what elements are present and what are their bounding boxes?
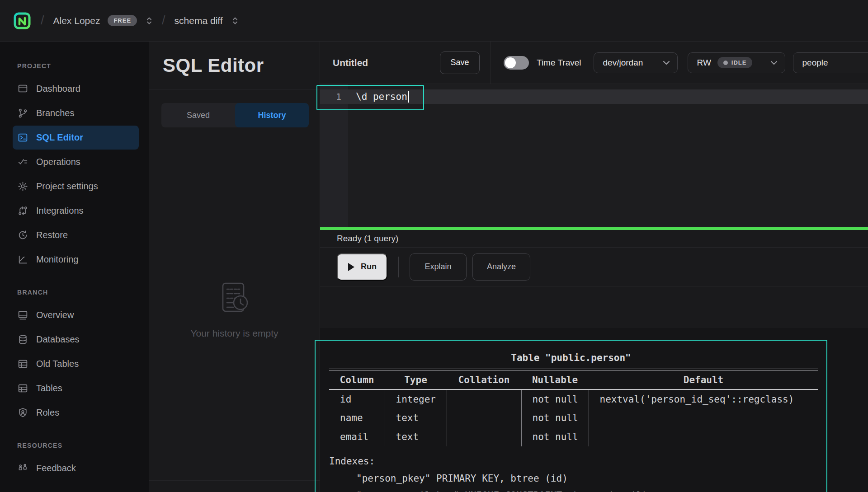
sidebar-item-label: Roles [36, 408, 59, 418]
page-title: SQL Editor [163, 55, 264, 76]
time-travel-label: Time Travel [537, 58, 581, 68]
table-row: nametextnot null [329, 408, 818, 427]
explain-button[interactable]: Explain [410, 253, 467, 281]
sidebar-item-roles[interactable]: Roles [13, 401, 139, 425]
table-cell [447, 389, 521, 408]
table-cell [447, 427, 521, 446]
indexes-block: Indexes: "person_pkey" PRIMARY KEY, btre… [329, 453, 826, 492]
table-row: idintegernot nullnextval('person_id_seq'… [329, 389, 818, 408]
sidebar-section-label: PROJECT [17, 62, 149, 70]
sidebar-item-branches[interactable]: Branches [13, 101, 139, 125]
sidebar-item-feedback[interactable]: Feedback [13, 456, 139, 480]
sidebar-item-label: Dashboard [36, 84, 80, 94]
table-cell [447, 408, 521, 427]
tab-history[interactable]: History [235, 103, 309, 127]
sidebar-item-monitoring[interactable]: Monitoring [13, 248, 139, 272]
sidebar-item-label: Integrations [36, 206, 84, 216]
compute-status-badge: IDLE [717, 57, 753, 68]
sidebar-item-dashboard[interactable]: Dashboard [13, 77, 139, 101]
column-header-collation: Collation [447, 370, 521, 389]
sidebar-item-label: Monitoring [36, 254, 78, 265]
project-select-chevrons-icon[interactable] [231, 16, 239, 25]
sidebar-item-operations[interactable]: Operations [13, 150, 139, 174]
sidebar-item-label: Overview [36, 310, 74, 320]
query-status-text: Ready (1 query) [337, 234, 398, 244]
overview-icon [17, 309, 28, 321]
query-status-row: Ready (1 query) [320, 230, 868, 248]
branches-icon [17, 108, 28, 119]
table-cell: nextval('person_id_seq'::regclass) [589, 389, 818, 408]
editor-controls: Time Travel dev/jordan RW IDLE people [491, 42, 868, 84]
results-area: Table "public.person" ColumnTypeCollatio… [320, 328, 868, 492]
analyze-button[interactable]: Analyze [472, 253, 530, 281]
breadcrumb-project[interactable]: schema diff [175, 15, 239, 26]
sidebar-item-sql-editor[interactable]: SQL Editor [13, 126, 139, 150]
breadcrumb-org[interactable]: Alex Lopez FREE [53, 15, 153, 26]
column-header-default: Default [589, 370, 818, 389]
index-line: "person_pkey" PRIMARY KEY, btree (id) [329, 470, 826, 487]
schema-table: ColumnTypeCollationNullableDefault idint… [329, 369, 818, 446]
table-header-row: ColumnTypeCollationNullableDefault [329, 370, 818, 389]
column-header-column: Column [329, 370, 385, 389]
sidebar-item-label: Project settings [36, 181, 98, 192]
table-cell: text [385, 427, 447, 446]
neon-logo-icon[interactable] [13, 11, 32, 30]
sidebar-section-label: RESOURCES [17, 442, 149, 449]
code-editor[interactable]: 1 \d person [320, 84, 868, 227]
org-select-chevrons-icon[interactable] [146, 16, 153, 25]
empty-history-caption: Your history is empty [190, 328, 278, 339]
code-annotation-box [316, 85, 424, 110]
branch-select[interactable]: dev/jordan [594, 52, 678, 73]
neon-console: / Alex Lopez FREE / schema diff PROJECTD… [0, 0, 868, 492]
sidebar-item-old-tables[interactable]: Old Tables [13, 352, 139, 376]
time-travel-toggle[interactable] [504, 56, 529, 70]
database-select-value: people [802, 58, 828, 68]
table-cell: text [385, 408, 447, 427]
table-icon [17, 383, 28, 394]
column-header-nullable: Nullable [521, 370, 589, 389]
branch-select-value: dev/jordan [603, 58, 643, 68]
table-cell [589, 408, 818, 427]
integrations-icon [17, 205, 28, 216]
save-button[interactable]: Save [440, 52, 480, 74]
toggle-knob [505, 57, 516, 68]
breadcrumb-separator: / [41, 14, 44, 28]
sidebar-item-label: Restore [36, 230, 68, 240]
compute-status-text: IDLE [731, 59, 747, 66]
sql-editor-list-panel: SQL Editor Saved History Your history is… [149, 42, 320, 492]
compute-select[interactable]: RW IDLE [688, 52, 785, 73]
sidebar-item-project-settings[interactable]: Project settings [13, 174, 139, 198]
table-cell: name [329, 408, 385, 427]
saved-history-tabs: Saved History [161, 103, 309, 127]
sidebar-item-databases[interactable]: Databases [13, 328, 139, 351]
sidebar-item-label: SQL Editor [36, 132, 83, 143]
sidebar-item-overview[interactable]: Overview [13, 303, 139, 327]
org-name: Alex Lopez [53, 15, 100, 26]
empty-history-icon [219, 281, 250, 317]
sidebar-item-integrations[interactable]: Integrations [13, 199, 139, 223]
plan-badge: FREE [108, 15, 137, 26]
tab-saved[interactable]: Saved [161, 103, 235, 127]
settings-icon [17, 181, 28, 192]
sidebar-item-tables[interactable]: Tables [13, 376, 139, 400]
results-table-title: Table "public.person" [316, 352, 826, 363]
table-row: emailtextnot null [329, 427, 818, 446]
sql-editor-icon [17, 132, 28, 143]
results-annotation-box: Table "public.person" ColumnTypeCollatio… [315, 340, 827, 492]
run-button[interactable]: Run [337, 253, 387, 281]
table-cell: email [329, 427, 385, 446]
sidebar-item-restore[interactable]: Restore [13, 223, 139, 247]
restore-icon [17, 230, 28, 241]
project-name: schema diff [175, 15, 223, 26]
sidebar-item-label: Branches [36, 108, 75, 118]
column-header-type: Type [385, 370, 447, 389]
run-button-label: Run [361, 262, 377, 272]
schema-table-body: idintegernot nullnextval('person_id_seq'… [329, 389, 818, 446]
breadcrumb-separator: / [162, 14, 165, 28]
sql-editor-panel: Untitled Save Time Travel dev/jordan RW … [320, 42, 868, 492]
chevron-down-icon [770, 61, 778, 65]
status-dot-icon [723, 61, 728, 65]
database-select[interactable]: people [793, 52, 868, 73]
top-bar: / Alex Lopez FREE / schema diff [0, 0, 868, 42]
table-cell: integer [385, 389, 447, 408]
